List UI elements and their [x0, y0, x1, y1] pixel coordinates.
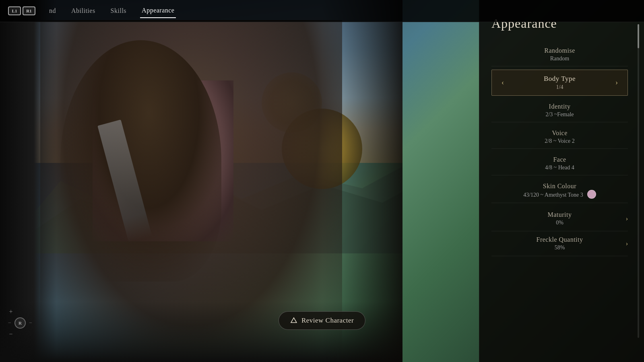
l1-button[interactable]: L1 — [8, 6, 21, 15]
face-value: 4/8 ~ Head 4 — [491, 165, 628, 171]
cam-left-arrow: − — [8, 320, 11, 326]
maturity-value: 0% — [500, 220, 620, 226]
freckle-label: Freckle Quantity — [500, 236, 620, 243]
cam-row-plus: + — [8, 308, 14, 315]
body-type-prev[interactable]: ‹ — [498, 78, 508, 87]
maturity-text: Maturity 0% — [500, 211, 620, 226]
controller-buttons: L1 R1 — [8, 6, 35, 15]
cam-plus-icon: + — [8, 308, 14, 315]
body-type-selector[interactable]: ‹ Body Type 1/4 › — [491, 70, 628, 96]
voice-value: 2/8 ~ Voice 2 — [491, 138, 628, 144]
maturity-item[interactable]: Maturity 0% › — [491, 206, 628, 231]
character-hair — [60, 40, 221, 282]
top-navigation: L1 R1 nd Abilities Skills Appearance — [0, 0, 644, 22]
face-label: Face — [491, 156, 628, 163]
voice-label: Voice — [491, 130, 628, 137]
tab-nd[interactable]: nd — [47, 4, 58, 18]
r1-button[interactable]: R1 — [23, 6, 35, 15]
cam-row-btn[interactable]: − R − — [8, 317, 32, 329]
identity-item[interactable]: Identity 2/3 ~Female — [491, 99, 628, 122]
svg-marker-2 — [291, 318, 297, 323]
randomise-item[interactable]: Randomise Random — [491, 43, 628, 66]
camera-controls: + − R − − — [8, 308, 32, 338]
triangle-icon — [290, 317, 297, 324]
face-item[interactable]: Face 4/8 ~ Head 4 — [491, 152, 628, 175]
tab-abilities[interactable]: Abilities — [70, 4, 97, 18]
appearance-panel: Appearance Randomise Random ‹ Body Type … — [479, 0, 644, 362]
body-type-next[interactable]: › — [612, 78, 621, 87]
voice-item[interactable]: Voice 2/8 ~ Voice 2 — [491, 125, 628, 149]
body-type-center: Body Type 1/4 — [508, 75, 612, 90]
review-button-label: Review Character — [301, 317, 354, 325]
skin-colour-value: 43/120 ~ Amethyst Tone 3 — [523, 192, 583, 198]
maturity-label: Maturity — [500, 211, 620, 218]
cam-row-minus: − — [8, 331, 14, 338]
tab-appearance[interactable]: Appearance — [140, 4, 176, 18]
body-type-value: 1/4 — [508, 84, 612, 90]
freckle-value: 58% — [500, 245, 620, 251]
right-fade — [322, 0, 402, 362]
skin-colour-swatch — [587, 190, 596, 199]
skin-colour-row: 43/120 ~ Amethyst Tone 3 — [491, 190, 628, 199]
review-button-inner[interactable]: Review Character — [279, 311, 365, 330]
scrollbar-thumb[interactable] — [638, 24, 639, 48]
review-character-button[interactable]: Review Character — [279, 311, 365, 330]
freckle-arrow: › — [620, 240, 628, 247]
tab-skills[interactable]: Skills — [109, 4, 128, 18]
cam-minus-icon: − — [8, 331, 14, 338]
identity-value: 2/3 ~Female — [491, 111, 628, 118]
freckle-quantity-item[interactable]: Freckle Quantity 58% › — [491, 231, 628, 256]
cam-right-arrow: − — [29, 320, 32, 326]
identity-label: Identity — [491, 103, 628, 110]
skin-colour-label: Skin Colour — [491, 183, 628, 190]
scrollbar[interactable] — [638, 24, 639, 338]
cam-r-button[interactable]: R — [14, 317, 26, 329]
skin-colour-item[interactable]: Skin Colour 43/120 ~ Amethyst Tone 3 — [491, 179, 628, 203]
freckle-text: Freckle Quantity 58% — [500, 236, 620, 251]
maturity-arrow: › — [620, 215, 628, 222]
character-viewport — [0, 0, 402, 362]
body-type-label: Body Type — [508, 75, 612, 83]
randomise-label: Randomise — [491, 47, 628, 54]
randomise-value: Random — [491, 56, 628, 62]
